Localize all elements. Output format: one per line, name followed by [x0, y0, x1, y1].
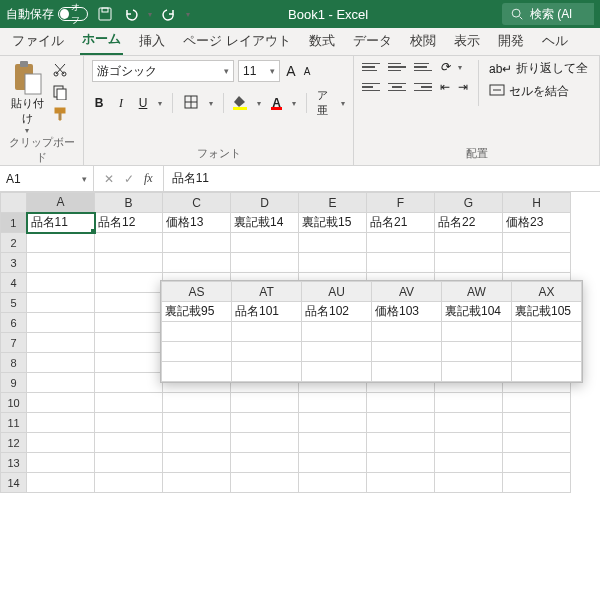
paste-button[interactable]: 貼り付け ▾ — [8, 60, 46, 135]
cell[interactable] — [163, 393, 231, 413]
cell[interactable] — [27, 233, 95, 253]
tab-developer[interactable]: 開発 — [496, 26, 526, 55]
cell[interactable] — [503, 473, 571, 493]
cell[interactable] — [95, 473, 163, 493]
cell[interactable] — [162, 322, 232, 342]
row-header[interactable]: 11 — [1, 413, 27, 433]
align-left-icon[interactable] — [362, 80, 380, 94]
cell[interactable] — [442, 342, 512, 362]
tab-home[interactable]: ホーム — [80, 24, 123, 55]
cell[interactable] — [367, 393, 435, 413]
cell[interactable] — [232, 362, 302, 382]
cell[interactable] — [302, 342, 372, 362]
cell[interactable] — [367, 473, 435, 493]
col-header[interactable]: E — [299, 193, 367, 213]
cell[interactable] — [27, 353, 95, 373]
enter-formula-icon[interactable]: ✓ — [124, 172, 134, 186]
cell[interactable] — [27, 273, 95, 293]
tab-formulas[interactable]: 数式 — [307, 26, 337, 55]
cell[interactable] — [162, 342, 232, 362]
cell[interactable] — [512, 322, 582, 342]
cell[interactable]: 裏記載105 — [512, 302, 582, 322]
cell[interactable]: 品名12 — [95, 213, 163, 233]
cell[interactable] — [503, 453, 571, 473]
autosave-toggle[interactable]: 自動保存 オフ — [6, 6, 88, 23]
cell[interactable] — [163, 433, 231, 453]
col-header[interactable]: F — [367, 193, 435, 213]
col-header[interactable]: AX — [512, 282, 582, 302]
cell[interactable] — [231, 453, 299, 473]
cell[interactable] — [367, 253, 435, 273]
align-center-icon[interactable] — [388, 80, 406, 94]
cell[interactable] — [163, 453, 231, 473]
cell[interactable] — [299, 433, 367, 453]
cell[interactable] — [231, 253, 299, 273]
save-icon[interactable] — [96, 5, 114, 23]
copy-icon[interactable] — [52, 84, 70, 100]
cell[interactable] — [435, 233, 503, 253]
cell[interactable] — [442, 322, 512, 342]
cell[interactable] — [231, 433, 299, 453]
col-header[interactable]: G — [435, 193, 503, 213]
cell[interactable] — [232, 342, 302, 362]
cell[interactable]: 価格23 — [503, 213, 571, 233]
cell[interactable] — [299, 253, 367, 273]
cell[interactable] — [299, 393, 367, 413]
toggle-switch[interactable]: オフ — [58, 7, 88, 21]
cell[interactable] — [163, 253, 231, 273]
cell[interactable] — [435, 473, 503, 493]
cell[interactable] — [95, 293, 163, 313]
tab-data[interactable]: データ — [351, 26, 394, 55]
qat-customize-icon[interactable]: ▾ — [186, 10, 190, 19]
cell[interactable] — [95, 353, 163, 373]
col-header[interactable]: AT — [232, 282, 302, 302]
cell[interactable] — [299, 473, 367, 493]
row-header[interactable]: 5 — [1, 293, 27, 313]
cell[interactable]: 裏記載104 — [442, 302, 512, 322]
search-box[interactable]: 検索 (Al — [502, 3, 594, 25]
bold-button[interactable]: B — [92, 96, 106, 110]
cell[interactable] — [95, 453, 163, 473]
cell[interactable] — [27, 453, 95, 473]
undo-icon[interactable] — [122, 5, 140, 23]
cell[interactable] — [512, 342, 582, 362]
merge-cells-button[interactable]: セルを結合 — [489, 83, 588, 100]
wrap-text-button[interactable]: ab↵ 折り返して全 — [489, 60, 588, 77]
tab-view[interactable]: 表示 — [452, 26, 482, 55]
cell[interactable] — [435, 253, 503, 273]
name-box[interactable]: A1 ▾ — [0, 166, 94, 191]
align-top-icon[interactable] — [362, 60, 380, 74]
cell[interactable]: 裏記載15 — [299, 213, 367, 233]
row-header[interactable]: 13 — [1, 453, 27, 473]
cell[interactable] — [27, 333, 95, 353]
row-header[interactable]: 8 — [1, 353, 27, 373]
cell[interactable] — [372, 362, 442, 382]
cell[interactable] — [299, 233, 367, 253]
fill-color-dropdown-icon[interactable]: ▾ — [257, 99, 261, 108]
phonetic-dropdown-icon[interactable]: ▾ — [341, 99, 345, 108]
formula-bar[interactable]: 品名11 — [164, 166, 600, 191]
col-header[interactable]: AS — [162, 282, 232, 302]
redo-icon[interactable] — [160, 5, 178, 23]
cell[interactable] — [372, 322, 442, 342]
cell[interactable] — [231, 393, 299, 413]
tab-file[interactable]: ファイル — [10, 26, 66, 55]
cell[interactable] — [503, 433, 571, 453]
cell[interactable] — [512, 362, 582, 382]
cell[interactable] — [367, 413, 435, 433]
orientation-icon[interactable]: ⟳ — [440, 60, 450, 74]
fx-icon[interactable]: fx — [144, 171, 153, 186]
cell[interactable] — [27, 253, 95, 273]
cell[interactable] — [435, 433, 503, 453]
font-color-button[interactable]: A — [271, 96, 282, 110]
cell[interactable] — [163, 233, 231, 253]
cell[interactable]: 品名21 — [367, 213, 435, 233]
tab-review[interactable]: 校閲 — [408, 26, 438, 55]
cell[interactable] — [232, 322, 302, 342]
cell[interactable] — [95, 333, 163, 353]
orientation-dropdown-icon[interactable]: ▾ — [458, 63, 462, 72]
cell[interactable] — [503, 393, 571, 413]
cell[interactable] — [299, 453, 367, 473]
cell[interactable]: 価格13 — [163, 213, 231, 233]
align-bottom-icon[interactable] — [414, 60, 432, 74]
